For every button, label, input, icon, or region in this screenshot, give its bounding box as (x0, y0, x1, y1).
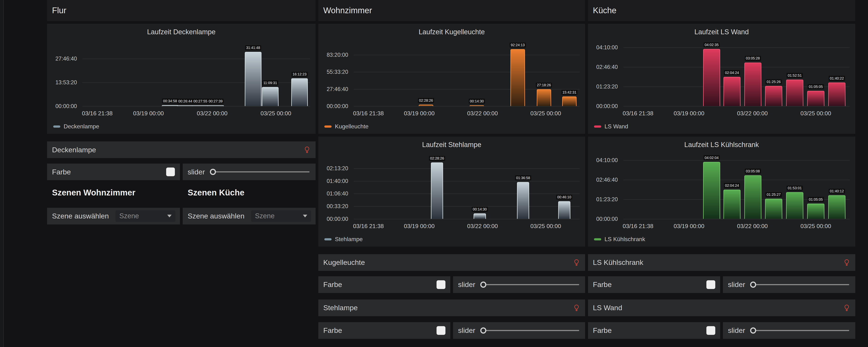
scene-row-kueche: Szene auswählen Szene (183, 208, 316, 224)
x-tick-label: 03/19 00:00 (674, 223, 704, 230)
dimmer-slider[interactable] (210, 169, 310, 175)
legend-label: Stehlampe (335, 236, 363, 243)
slider-thumb[interactable] (750, 282, 756, 288)
lightbulb-icon[interactable] (573, 258, 585, 267)
color-row: Farbe (588, 322, 720, 339)
legend: Deckenlampe (53, 123, 99, 130)
y-tick-label: 01:06:40 (327, 190, 348, 197)
bar-value-label: 00:14:30 (472, 207, 488, 212)
y-tick-label: 00:00:00 (55, 103, 77, 109)
device-row-kugelleuchte[interactable]: Kugelleuchte (318, 254, 585, 271)
x-tick-label: 03/16 21:38 (353, 223, 384, 230)
color-picker-swatch[interactable] (706, 280, 715, 289)
color-row: Farbe (318, 322, 451, 339)
lightbulb-icon[interactable] (573, 304, 585, 312)
bar-value-label: 01:40:12 (829, 189, 845, 194)
color-picker-swatch[interactable] (706, 326, 715, 335)
y-tick-label: 00:33:20 (327, 203, 348, 209)
scene-label: Szene auswählen (183, 212, 244, 220)
lightbulb-icon[interactable] (304, 146, 316, 154)
gridline (623, 67, 850, 67)
bar (558, 201, 570, 219)
y-axis-labels: 00:00:0001:23:2002:46:4004:10:00 (588, 158, 620, 219)
slider-thumb[interactable] (480, 327, 487, 334)
bar-value-label: 00:34:58 (162, 98, 178, 103)
gridline (83, 59, 310, 59)
device-row-ls-wand[interactable]: LS Wand (588, 300, 855, 316)
color-slider-row-ls-wand: Farbe slider (588, 322, 855, 339)
color-slider-row-kugelleuchte: Farbe slider (318, 276, 585, 293)
dimmer-slider[interactable] (750, 282, 849, 288)
lightbulb-icon[interactable] (843, 258, 855, 267)
legend-swatch (594, 238, 601, 240)
slider-thumb[interactable] (750, 327, 756, 334)
bar (786, 192, 803, 219)
column-wohnzimmer: Wohnzimmer Laufzeit Kugelleuchte 00:00:0… (318, 0, 585, 339)
color-picker-swatch[interactable] (437, 280, 445, 289)
chart-title: Laufzeit LS Kühlschrank (588, 141, 855, 149)
lightbulb-icon[interactable] (843, 304, 855, 312)
x-tick-label: 03/25 00:00 (260, 110, 291, 117)
chart-panel-ls-kuehlschrank: Laufzeit LS Kühlschrank 00:00:0001:23:20… (588, 137, 855, 247)
bar (510, 49, 525, 106)
bar-value-label: 16:12:23 (291, 72, 308, 77)
bar (765, 86, 782, 106)
dimmer-slider[interactable] (480, 327, 579, 334)
slider-thumb[interactable] (480, 282, 487, 288)
gridline (354, 106, 580, 107)
slider-track (756, 330, 849, 331)
gridline (354, 72, 580, 72)
color-slider-row-deckenlampe: Farbe slider (47, 164, 316, 180)
bar-value-label: 00:26:44 (177, 99, 193, 104)
farbe-label: Farbe (588, 326, 612, 335)
slider-row: slider (723, 322, 855, 339)
bar (723, 189, 741, 219)
bar (419, 105, 433, 106)
section-title-szenen-kueche: Szenen Küche (183, 187, 316, 198)
device-row-deckenlampe[interactable]: Deckenlampe (47, 141, 316, 158)
y-tick-label: 13:53:20 (55, 79, 77, 85)
y-tick-label: 04:10:00 (596, 157, 618, 163)
gridline (623, 180, 850, 180)
dimmer-slider[interactable] (480, 282, 579, 288)
bar (765, 199, 782, 219)
scene-select-kueche[interactable]: Szene (251, 210, 311, 222)
plot-area: 04:02:3502:04:2403:05:2801:25:2601:52:51… (623, 45, 850, 106)
x-axis-labels: 03/16 21:3803/19 00:0003/22 00:0003/25 0… (354, 223, 580, 230)
plot-area: 00:34:5800:26:4400:27:5500:27:3931:41:48… (83, 45, 310, 106)
chart-title: Laufzeit Stehlampe (318, 141, 585, 149)
device-row-stehlampe[interactable]: Stehlampe (318, 300, 585, 316)
slider-row: slider (723, 276, 855, 293)
device-row-ls-kuehlschrank[interactable]: LS Kühlschrank (588, 254, 855, 271)
legend-label: Kugelleuchte (335, 123, 368, 130)
legend-swatch (53, 126, 60, 128)
column-title-kueche: Küche (588, 0, 855, 21)
scene-select-wohnzimmer[interactable]: Szene (116, 210, 176, 222)
y-tick-label: 02:46:40 (596, 176, 618, 183)
x-tick-label: 03/22 00:00 (737, 110, 768, 117)
x-tick-label: 03/19 00:00 (404, 223, 435, 230)
bar (431, 163, 443, 219)
x-tick-label: 03/19 00:00 (404, 110, 435, 117)
bar (744, 63, 762, 106)
legend: Stehlampe (324, 236, 363, 243)
x-axis-labels: 03/16 21:3803/19 00:0003/22 00:0003/25 0… (623, 110, 850, 117)
device-label: LS Kühlschrank (588, 258, 643, 267)
bar (192, 105, 209, 106)
bar-value-label: 00:27:55 (192, 99, 209, 104)
color-picker-swatch[interactable] (437, 326, 445, 335)
x-tick-label: 03/16 21:38 (623, 223, 653, 230)
slider-label: slider (453, 326, 475, 335)
y-tick-label: 00:00:00 (327, 103, 348, 109)
gridline (623, 106, 850, 107)
bar-value-label: 04:02:04 (704, 155, 720, 160)
section-title-szenen-wohnzimmer: Szenen Wohnzimmer (47, 187, 180, 198)
dimmer-slider[interactable] (750, 327, 849, 334)
color-picker-swatch[interactable] (166, 168, 175, 176)
slider-row: slider (183, 164, 316, 180)
x-tick-label: 03/25 00:00 (530, 110, 561, 117)
slider-label: slider (183, 168, 205, 176)
chart-panel-kugelleuchte: Laufzeit Kugelleuchte 00:00:0027:46:4055… (318, 24, 585, 134)
legend: LS Kühlschrank (594, 236, 645, 243)
slider-thumb[interactable] (210, 169, 216, 175)
